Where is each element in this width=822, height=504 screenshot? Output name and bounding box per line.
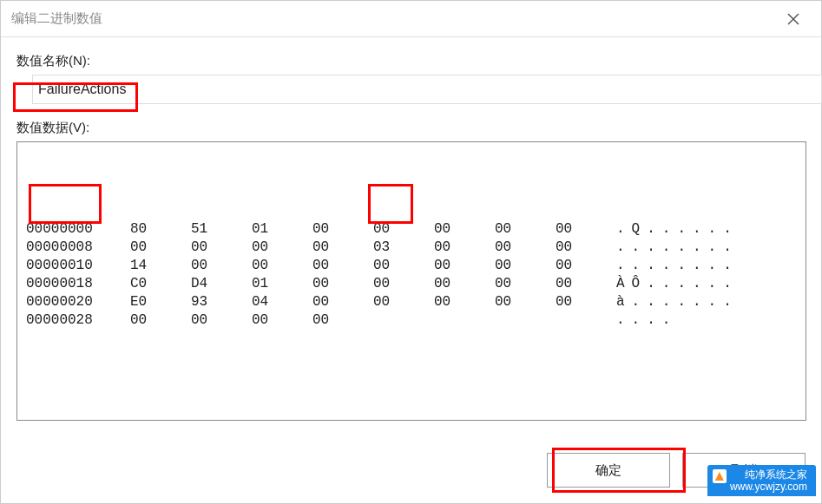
hex-byte[interactable]: E0 [130,293,191,311]
hex-ascii: ........ [616,257,797,275]
hex-byte[interactable]: 00 [252,239,312,257]
hex-byte[interactable]: 00 [252,257,312,275]
hex-row[interactable]: 000000008051010000000000.Q...... [26,220,797,239]
hex-bytes[interactable]: 8051010000000000 [130,220,616,239]
value-data-label: 数值数据(V): [16,120,806,136]
hex-byte[interactable]: 00 [495,239,556,257]
hex-byte[interactable]: 00 [312,275,373,293]
hex-byte[interactable]: 00 [130,311,191,330]
hex-byte[interactable]: 00 [434,257,495,275]
value-name-input[interactable] [32,75,822,104]
value-name-container [16,75,806,104]
hex-byte[interactable]: 00 [495,220,556,239]
watermark-icon [713,469,727,483]
close-button[interactable] [776,2,811,36]
hex-byte[interactable]: 00 [191,257,252,275]
hex-byte[interactable]: 00 [373,275,434,293]
watermark: 纯净系统之家 www.ycwjzy.com [707,465,816,496]
hex-byte[interactable]: 93 [191,293,252,311]
watermark-line1: 纯净系统之家 [745,468,807,481]
hex-byte[interactable]: 00 [495,293,556,311]
hex-offset: 00000000 [26,220,130,239]
hex-byte[interactable]: C0 [130,275,191,293]
hex-bytes[interactable]: E093040000000000 [130,293,616,311]
hex-ascii: .... [616,311,797,330]
hex-byte[interactable]: 00 [373,293,434,311]
hex-row[interactable]: 00000018C0D4010000000000ÀÔ...... [26,275,797,293]
hex-byte[interactable]: 00 [373,257,434,275]
hex-byte[interactable]: 00 [556,257,616,275]
hex-row[interactable]: 000000101400000000000000........ [26,257,797,275]
hex-byte[interactable]: 00 [434,239,495,257]
titlebar: 编辑二进制数值 [1,1,821,37]
hex-bytes[interactable]: C0D4010000000000 [130,275,616,293]
hex-byte[interactable]: 00 [312,239,373,257]
hex-offset: 00000010 [26,257,130,275]
hex-byte[interactable]: 00 [556,293,616,311]
hex-byte[interactable]: 00 [556,275,616,293]
edit-binary-dialog: 编辑二进制数值 数值名称(N): 数值数据(V): 00000000805101… [0,0,822,504]
dialog-content: 数值名称(N): 数值数据(V): 0000000080510100000000… [1,37,821,421]
hex-byte[interactable]: 04 [252,293,312,311]
highlight-offset-box [29,184,102,224]
hex-byte[interactable]: 00 [312,311,373,330]
hex-byte[interactable]: 00 [312,257,373,275]
hex-editor[interactable]: 000000008051010000000000.Q......00000008… [16,141,806,421]
hex-byte[interactable]: D4 [191,275,252,293]
ok-button[interactable]: 确定 [547,453,670,488]
hex-byte[interactable]: 51 [191,220,252,239]
hex-bytes[interactable]: 1400000000000000 [130,257,616,275]
hex-byte[interactable]: 00 [312,293,373,311]
hex-byte[interactable]: 00 [495,275,556,293]
hex-row[interactable]: 00000020E093040000000000à....... [26,293,797,311]
hex-byte[interactable]: 00 [312,220,373,239]
hex-ascii: ÀÔ...... [616,275,797,293]
hex-byte[interactable]: 00 [130,239,191,257]
hex-ascii: .Q...... [616,220,797,239]
value-name-label: 数值名称(N): [16,53,806,69]
hex-byte[interactable]: 80 [130,220,191,239]
hex-byte[interactable]: 00 [556,239,616,257]
hex-byte[interactable]: 01 [252,275,312,293]
hex-ascii: ........ [616,239,797,257]
close-icon [787,13,799,25]
dialog-title: 编辑二进制数值 [11,10,776,27]
hex-byte[interactable]: 00 [252,311,312,330]
hex-bytes[interactable]: 00000000 [130,311,616,330]
hex-ascii: à....... [616,293,797,311]
hex-offset: 00000028 [26,311,130,330]
hex-byte[interactable]: 03 [373,239,434,257]
hex-byte[interactable]: 00 [434,293,495,311]
hex-byte[interactable]: 00 [495,257,556,275]
hex-offset: 00000008 [26,239,130,257]
hex-byte[interactable]: 00 [191,239,252,257]
hex-byte[interactable]: 01 [252,220,312,239]
hex-row[interactable]: 0000002800000000.... [26,311,797,330]
watermark-line2: www.ycwjzy.com [730,481,807,493]
hex-byte[interactable]: 00 [434,220,495,239]
hex-byte[interactable]: 00 [556,220,616,239]
hex-byte[interactable]: 00 [434,275,495,293]
hex-offset: 00000020 [26,293,130,311]
hex-byte[interactable]: 00 [373,220,434,239]
hex-bytes[interactable]: 0000000003000000 [130,239,616,257]
hex-row[interactable]: 000000080000000003000000........ [26,239,797,257]
hex-byte[interactable]: 14 [130,257,191,275]
highlight-hex-box [368,184,413,224]
hex-byte[interactable]: 00 [191,311,252,330]
hex-offset: 00000018 [26,275,130,293]
